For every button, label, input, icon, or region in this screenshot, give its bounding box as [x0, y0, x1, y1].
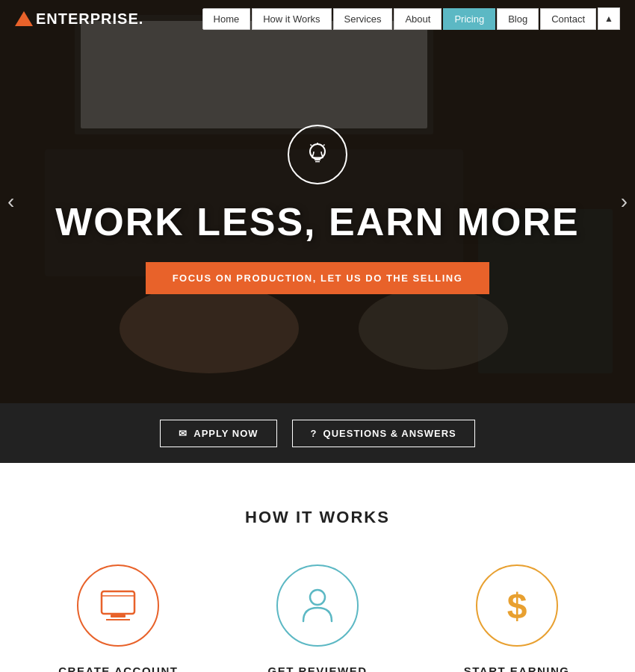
nav-how-it-works[interactable]: How it Works	[252, 8, 331, 30]
person-svg-icon	[300, 587, 335, 624]
svg-rect-16	[111, 615, 126, 617]
how-grid: CREATE ACCOUNT Everything is drag and dr…	[30, 564, 605, 672]
nav-pricing[interactable]: Pricing	[443, 8, 495, 30]
how-item-start-earning: $ START EARNING Everything's so simple b…	[428, 564, 605, 672]
svg-text:$: $	[507, 587, 527, 624]
bulb-circle-icon	[288, 125, 347, 184]
dollar-svg-icon: $	[500, 587, 534, 624]
qa-icon: ?	[311, 428, 318, 439]
logo: ENTERPRISE.	[15, 10, 143, 28]
prev-slide-button[interactable]: ‹	[7, 190, 14, 214]
apply-now-button[interactable]: ✉ APPLY NOW	[160, 420, 276, 447]
start-earning-icon: $	[476, 564, 558, 647]
hero-title: WORK LESS, EARN MORE	[55, 199, 580, 244]
dark-cta-section: ✉ APPLY NOW ? QUESTIONS & ANSWERS	[0, 403, 635, 463]
questions-answers-button[interactable]: ? QUESTIONS & ANSWERS	[292, 420, 475, 447]
hero-section: WORK LESS, EARN MORE FOCUS ON PRODUCTION…	[0, 0, 635, 403]
nav-blog[interactable]: Blog	[497, 8, 539, 30]
get-reviewed-icon	[276, 564, 359, 647]
svg-rect-14	[102, 591, 134, 614]
nav-about[interactable]: About	[394, 8, 442, 30]
create-account-title: CREATE ACCOUNT	[58, 665, 178, 672]
how-item-get-reviewed: GET REVIEWED You can also move around th…	[229, 564, 406, 672]
svg-point-18	[310, 590, 325, 605]
nav-home[interactable]: Home	[202, 8, 251, 30]
logo-triangle-icon	[15, 11, 33, 26]
create-account-icon	[77, 564, 159, 647]
how-it-works-section: HOW IT WORKS CREATE ACCOUNT Everything i…	[0, 463, 635, 672]
how-title: HOW IT WORKS	[30, 508, 605, 527]
header: ENTERPRISE. Home How it Works Services A…	[0, 0, 635, 37]
nav-expand-button[interactable]: ▲	[598, 7, 620, 30]
qa-label: QUESTIONS & ANSWERS	[323, 428, 456, 439]
laptop-svg-icon	[99, 590, 137, 621]
lightbulb-icon	[301, 138, 334, 171]
nav-services[interactable]: Services	[333, 8, 393, 30]
svg-line-12	[311, 144, 312, 146]
apply-icon: ✉	[179, 428, 188, 439]
next-slide-button[interactable]: ›	[621, 190, 628, 214]
main-nav: Home How it Works Services About Pricing…	[202, 7, 620, 30]
svg-line-13	[323, 144, 325, 146]
hero-cta-button[interactable]: FOCUS ON PRODUCTION, LET US DO THE SELLI…	[146, 262, 490, 294]
nav-contact[interactable]: Contact	[540, 8, 596, 30]
hero-content: WORK LESS, EARN MORE FOCUS ON PRODUCTION…	[0, 0, 635, 403]
how-item-create-account: CREATE ACCOUNT Everything is drag and dr…	[30, 564, 207, 672]
apply-label: APPLY NOW	[193, 428, 258, 439]
logo-text: ENTERPRISE.	[36, 10, 143, 28]
start-earning-title: START EARNING	[464, 665, 570, 672]
get-reviewed-title: GET REVIEWED	[268, 665, 368, 672]
